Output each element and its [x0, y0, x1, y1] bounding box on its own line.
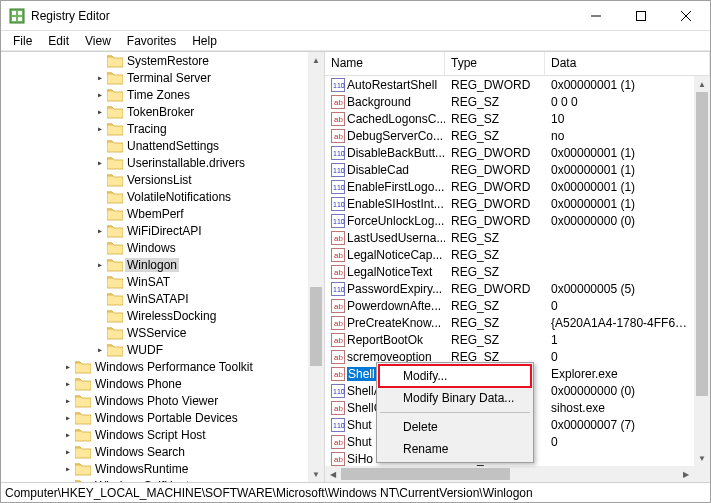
expander-icon[interactable]: ▸ [93, 106, 107, 117]
value-name: SiHo [347, 452, 373, 466]
tree-item[interactable]: ▸Winlogon [1, 256, 308, 273]
list-hscrollbar[interactable]: ◀ ▶ [325, 466, 694, 482]
value-data: 0 [545, 435, 694, 449]
expander-icon[interactable]: ▸ [61, 361, 75, 372]
menu-favorites[interactable]: Favorites [119, 32, 184, 50]
list-vscrollbar[interactable]: ▲ ▼ [694, 76, 710, 466]
menu-file[interactable]: File [5, 32, 40, 50]
list-row[interactable]: abLegalNoticeTextREG_SZ [325, 263, 694, 280]
list-vscroll-thumb[interactable] [696, 92, 708, 396]
scroll-down-icon[interactable]: ▼ [308, 466, 324, 482]
tree-scroll-thumb[interactable] [310, 287, 322, 367]
menu-view[interactable]: View [77, 32, 119, 50]
tree-item[interactable]: WbemPerf [1, 205, 308, 222]
expander-icon[interactable]: ▸ [61, 463, 75, 474]
tree-item[interactable]: WindowsSelfHost [1, 477, 308, 482]
expander-icon[interactable] [93, 140, 107, 151]
tree-item[interactable]: WinSAT [1, 273, 308, 290]
list-row[interactable]: 110PasswordExpiry...REG_DWORD0x00000005 … [325, 280, 694, 297]
scroll-up-icon[interactable]: ▲ [308, 52, 324, 68]
expander-icon[interactable] [61, 480, 75, 482]
tree-item[interactable]: ▸Windows Phone [1, 375, 308, 392]
list-row[interactable]: 110DisableBackButt...REG_DWORD0x00000001… [325, 144, 694, 161]
column-data[interactable]: Data [545, 52, 710, 75]
expander-icon[interactable] [93, 191, 107, 202]
expander-icon[interactable]: ▸ [93, 89, 107, 100]
tree-item[interactable]: ▸WindowsRuntime [1, 460, 308, 477]
expander-icon[interactable]: ▸ [93, 259, 107, 270]
expander-icon[interactable] [93, 327, 107, 338]
tree-item[interactable]: SystemRestore [1, 52, 308, 69]
tree-item[interactable]: ▸Userinstallable.drivers [1, 154, 308, 171]
tree-item[interactable]: ▸WiFiDirectAPI [1, 222, 308, 239]
tree-item[interactable]: WirelessDocking [1, 307, 308, 324]
tree-item[interactable]: ▸TokenBroker [1, 103, 308, 120]
tree-item[interactable]: UnattendSettings [1, 137, 308, 154]
tree-item[interactable]: ▸Windows Photo Viewer [1, 392, 308, 409]
context-modify[interactable]: Modify... [379, 365, 531, 387]
expander-icon[interactable] [93, 276, 107, 287]
tree-item[interactable]: VersionsList [1, 171, 308, 188]
expander-icon[interactable]: ▸ [93, 157, 107, 168]
tree-item[interactable]: ▸Windows Search [1, 443, 308, 460]
tree-item[interactable]: ▸Tracing [1, 120, 308, 137]
expander-icon[interactable] [93, 242, 107, 253]
scroll-up-icon[interactable]: ▲ [694, 76, 710, 92]
list-row[interactable]: 110EnableFirstLogo...REG_DWORD0x00000001… [325, 178, 694, 195]
expander-icon[interactable]: ▸ [61, 395, 75, 406]
list-row[interactable]: 110EnableSIHostInt...REG_DWORD0x00000001… [325, 195, 694, 212]
context-separator [380, 412, 530, 413]
list-row[interactable]: abLastUsedUserna...REG_SZ [325, 229, 694, 246]
list-row[interactable]: 110ForceUnlockLog...REG_DWORD0x00000000 … [325, 212, 694, 229]
tree-item[interactable]: WSService [1, 324, 308, 341]
tree-view[interactable]: SystemRestore▸Terminal Server▸Time Zones… [1, 52, 308, 482]
expander-icon[interactable] [93, 310, 107, 321]
maximize-button[interactable] [618, 1, 663, 30]
tree-item[interactable]: ▸WUDF [1, 341, 308, 358]
scroll-left-icon[interactable]: ◀ [325, 466, 341, 482]
list-row[interactable]: 110AutoRestartShellREG_DWORD0x00000001 (… [325, 76, 694, 93]
tree-item[interactable]: ▸Windows Script Host [1, 426, 308, 443]
context-rename[interactable]: Rename [379, 438, 531, 460]
expander-icon[interactable]: ▸ [61, 446, 75, 457]
context-delete[interactable]: Delete [379, 416, 531, 438]
expander-icon[interactable]: ▸ [93, 123, 107, 134]
expander-icon[interactable] [93, 55, 107, 66]
close-button[interactable] [663, 1, 708, 30]
expander-icon[interactable]: ▸ [61, 378, 75, 389]
expander-icon[interactable]: ▸ [61, 429, 75, 440]
scroll-down-icon[interactable]: ▼ [694, 450, 710, 466]
list-row[interactable]: abLegalNoticeCap...REG_SZ [325, 246, 694, 263]
menu-help[interactable]: Help [184, 32, 225, 50]
expander-icon[interactable] [93, 293, 107, 304]
expander-icon[interactable]: ▸ [61, 412, 75, 423]
list-hscroll-thumb[interactable] [341, 468, 510, 480]
list-row[interactable]: abDebugServerCo...REG_SZno [325, 127, 694, 144]
context-modify-binary[interactable]: Modify Binary Data... [379, 387, 531, 409]
expander-icon[interactable] [93, 208, 107, 219]
list-row[interactable]: 110DisableCadREG_DWORD0x00000001 (1) [325, 161, 694, 178]
tree-item[interactable]: ▸Time Zones [1, 86, 308, 103]
list-row[interactable]: abReportBootOkREG_SZ1 [325, 331, 694, 348]
tree-item[interactable]: WinSATAPI [1, 290, 308, 307]
value-type: REG_DWORD [445, 197, 545, 211]
tree-item[interactable]: VolatileNotifications [1, 188, 308, 205]
minimize-button[interactable] [573, 1, 618, 30]
tree-vscrollbar[interactable]: ▲ ▼ [308, 52, 324, 482]
scroll-right-icon[interactable]: ▶ [678, 466, 694, 482]
expander-icon[interactable]: ▸ [93, 344, 107, 355]
menu-edit[interactable]: Edit [40, 32, 77, 50]
expander-icon[interactable]: ▸ [93, 225, 107, 236]
tree-item[interactable]: ▸Windows Portable Devices [1, 409, 308, 426]
expander-icon[interactable] [93, 174, 107, 185]
tree-item[interactable]: Windows [1, 239, 308, 256]
tree-item[interactable]: ▸Terminal Server [1, 69, 308, 86]
column-name[interactable]: Name [325, 52, 445, 75]
tree-item[interactable]: ▸Windows Performance Toolkit [1, 358, 308, 375]
list-row[interactable]: abCachedLogonsC...REG_SZ10 [325, 110, 694, 127]
list-row[interactable]: abPreCreateKnow...REG_SZ{A520A1A4-1780-4… [325, 314, 694, 331]
expander-icon[interactable]: ▸ [93, 72, 107, 83]
column-type[interactable]: Type [445, 52, 545, 75]
list-row[interactable]: abBackgroundREG_SZ0 0 0 [325, 93, 694, 110]
list-row[interactable]: abPowerdownAfte...REG_SZ0 [325, 297, 694, 314]
